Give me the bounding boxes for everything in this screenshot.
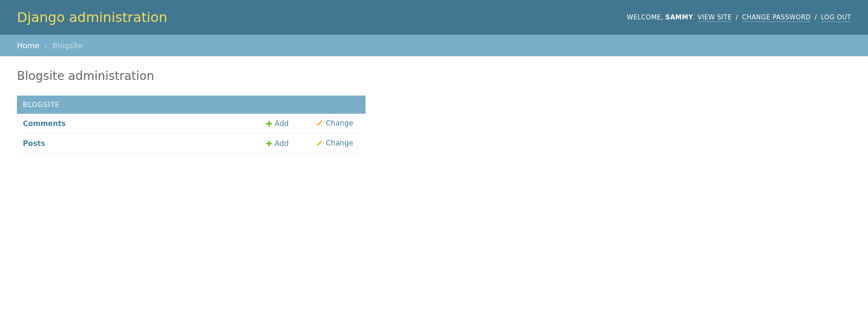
model-row: Posts ✚ Add Change <box>17 134 366 154</box>
site-title: Django administration <box>17 9 167 25</box>
separator: / <box>736 14 738 21</box>
page-title: Blogsite administration <box>17 69 851 83</box>
app-module: BLOGSITE Comments ✚ Add <box>17 96 366 154</box>
add-posts-link[interactable]: ✚ Add <box>266 139 289 148</box>
welcome-text: WELCOME, <box>627 14 663 21</box>
change-label: Change <box>326 119 353 127</box>
plus-icon: ✚ <box>266 139 272 148</box>
view-site-link[interactable]: VIEW SITE <box>698 14 732 22</box>
breadcrumb-home[interactable]: Home <box>17 41 39 50</box>
add-label: Add <box>275 139 289 148</box>
model-link-posts[interactable]: Posts <box>23 139 45 148</box>
username: SAMMY <box>666 14 693 21</box>
module-caption: BLOGSITE <box>17 96 366 114</box>
change-password-link[interactable]: CHANGE PASSWORD <box>742 14 811 22</box>
logout-link[interactable]: LOG OUT <box>821 14 851 22</box>
add-comments-link[interactable]: ✚ Add <box>266 119 289 128</box>
model-row: Comments ✚ Add Change <box>17 114 366 134</box>
content: Blogsite administration BLOGSITE Comment… <box>0 56 868 166</box>
header: Django administration WELCOME, SAMMY. VI… <box>0 0 868 35</box>
change-posts-link[interactable]: Change <box>317 139 353 147</box>
breadcrumbs: Home › Blogsite <box>0 35 868 56</box>
pencil-icon <box>317 120 323 126</box>
separator: / <box>815 14 817 21</box>
breadcrumb-separator: › <box>44 41 47 50</box>
change-comments-link[interactable]: Change <box>317 119 353 127</box>
model-link-comments[interactable]: Comments <box>23 119 66 128</box>
branding: Django administration <box>17 9 167 25</box>
change-label: Change <box>326 139 353 147</box>
pencil-icon <box>317 140 323 146</box>
plus-icon: ✚ <box>266 119 272 128</box>
user-tools: WELCOME, SAMMY. VIEW SITE / CHANGE PASSW… <box>627 14 851 21</box>
breadcrumb-current: Blogsite <box>52 41 83 50</box>
add-label: Add <box>275 119 289 128</box>
period: . <box>693 14 695 21</box>
